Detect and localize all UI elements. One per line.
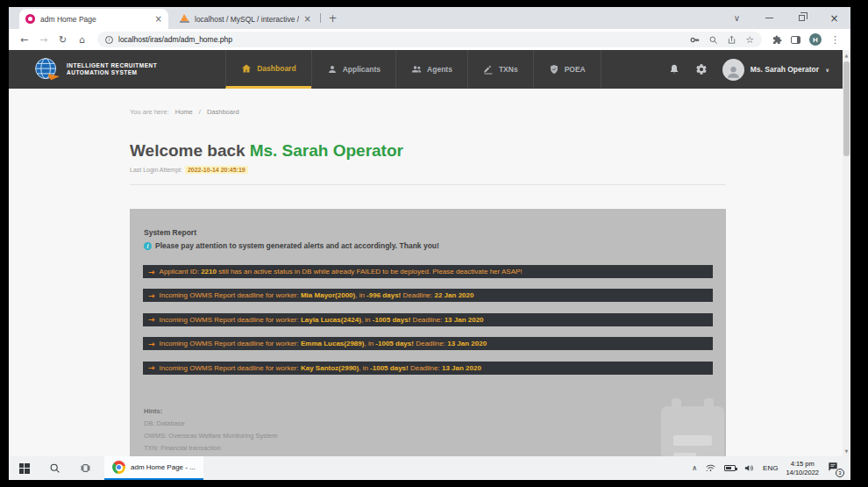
omnibox-icons: ☆ bbox=[690, 34, 754, 46]
welcome-heading: Welcome backMs. Sarah Operator bbox=[130, 141, 403, 161]
hint-line: OWMS: Overseas Welfare Monitoring System bbox=[144, 430, 277, 442]
taskbar-app-label: adm Home Page - ... bbox=[131, 463, 196, 471]
tab-divider bbox=[320, 13, 321, 23]
calendar-watermark-icon bbox=[661, 398, 724, 456]
page-scrollbar[interactable]: ▲ ▼ bbox=[843, 50, 850, 456]
browser-tab-mysql[interactable]: localhost / MySQL / interactive / × bbox=[174, 9, 317, 29]
scroll-down-icon[interactable]: ▼ bbox=[845, 448, 849, 454]
taskbar-search-button[interactable] bbox=[39, 456, 70, 480]
nav-item-txns[interactable]: TXNs bbox=[467, 50, 533, 89]
zoom-icon[interactable] bbox=[708, 35, 718, 45]
browser-window: adm Home Page × localhost / MySQL / inte… bbox=[9, 7, 850, 480]
user-name: Ms. Sarah Operator bbox=[751, 65, 819, 74]
windows-logo-icon bbox=[19, 463, 30, 474]
speaker-icon[interactable] bbox=[743, 462, 755, 474]
restore-button[interactable] bbox=[786, 7, 818, 29]
alert-row: →Incoming OWMS Report deadline for worke… bbox=[143, 362, 713, 375]
battery-icon[interactable] bbox=[724, 465, 736, 471]
app-navbar: INTELLIGENT RECRUITMENT AUTOMATION SYSTE… bbox=[9, 50, 843, 89]
url-text: localhost/iras/adm/adm_home.php bbox=[118, 35, 685, 44]
password-key-icon[interactable] bbox=[690, 35, 700, 45]
arrow-icon: → bbox=[148, 268, 155, 276]
alert-row: →Incoming OWMS Report deadline for worke… bbox=[143, 337, 713, 350]
tab-search-icon[interactable]: ∨ bbox=[721, 7, 753, 29]
nav-item-applicants[interactable]: Applicants bbox=[311, 50, 395, 89]
tab-close-icon[interactable]: × bbox=[304, 14, 311, 24]
language-indicator[interactable]: ENG bbox=[763, 464, 778, 472]
taskbar-app-chrome[interactable]: adm Home Page - ... bbox=[104, 456, 203, 480]
hints: Hints: DB: Database OWMS: Overseas Welfa… bbox=[144, 405, 277, 455]
new-tab-button[interactable]: + bbox=[325, 11, 340, 25]
hints-label: Hints: bbox=[144, 405, 277, 418]
arrow-icon: → bbox=[148, 340, 155, 348]
section-divider bbox=[130, 184, 726, 185]
alert-row: →Applicant ID: 2210 still has an active … bbox=[143, 265, 713, 278]
welcome-user-name: Ms. Sarah Operator bbox=[250, 141, 403, 160]
task-view-button[interactable] bbox=[70, 456, 101, 480]
person-icon bbox=[327, 64, 338, 75]
share-icon[interactable] bbox=[727, 35, 736, 45]
clock[interactable]: 4:15 pm 14/10/2022 bbox=[786, 460, 819, 476]
browser-menu-icon[interactable]: ⋮ bbox=[830, 34, 840, 46]
minimize-button[interactable] bbox=[753, 7, 786, 29]
date: 14/10/2022 bbox=[786, 469, 819, 477]
forward-button[interactable]: → bbox=[35, 32, 52, 48]
scroll-up-icon[interactable]: ▲ bbox=[845, 53, 849, 58]
navbar-right: Ms. Sarah Operator ∨ bbox=[668, 50, 843, 89]
tray-chevron-up-icon[interactable]: ∧ bbox=[692, 464, 697, 472]
address-bar[interactable]: i localhost/iras/adm/adm_home.php ☆ bbox=[97, 32, 762, 47]
last-login-value: 2022-10-14 20:45:19 bbox=[185, 166, 248, 174]
web-content: INTELLIGENT RECRUITMENT AUTOMATION SYSTE… bbox=[9, 50, 850, 456]
info-icon: i bbox=[144, 242, 152, 250]
back-button[interactable]: ← bbox=[16, 32, 32, 48]
scrollbar-thumb[interactable] bbox=[843, 61, 850, 156]
pencil-icon bbox=[483, 64, 494, 75]
system-report-card: System Report i Please pay attention to … bbox=[130, 209, 726, 456]
home-button[interactable]: ⌂ bbox=[74, 32, 90, 48]
minimize-icon bbox=[765, 18, 773, 18]
avatar bbox=[722, 59, 744, 81]
browser-tab-home[interactable]: adm Home Page × bbox=[19, 9, 168, 29]
nav-item-poea[interactable]: POEA bbox=[533, 50, 601, 89]
user-menu[interactable]: Ms. Sarah Operator ∨ bbox=[722, 59, 829, 81]
last-login: Last Login Attempt:2022-10-14 20:45:19 bbox=[130, 167, 248, 173]
shield-check-icon bbox=[549, 64, 559, 75]
bell-icon[interactable] bbox=[668, 63, 680, 75]
site-info-icon[interactable]: i bbox=[105, 36, 113, 44]
iras-favicon bbox=[25, 14, 35, 24]
breadcrumb-separator: / bbox=[199, 108, 201, 116]
start-button[interactable] bbox=[9, 456, 39, 480]
action-center-button[interactable]: 3 bbox=[827, 461, 843, 476]
breadcrumb-home-link[interactable]: Home bbox=[175, 108, 193, 116]
breadcrumb-current[interactable]: Dashboard bbox=[207, 108, 239, 116]
browser-profile-avatar[interactable]: H bbox=[809, 33, 822, 46]
reload-button[interactable]: ↻ bbox=[54, 32, 71, 48]
gear-icon[interactable] bbox=[695, 63, 708, 75]
windows-taskbar: adm Home Page - ... ∧ ENG 4:15 pm 14/10/… bbox=[9, 456, 850, 480]
breadcrumb: You are here: Home / Dashboard bbox=[130, 108, 239, 116]
bookmark-star-icon[interactable]: ☆ bbox=[745, 34, 754, 46]
hint-line: DB: Database bbox=[144, 418, 277, 430]
app-logo[interactable]: INTELLIGENT RECRUITMENT AUTOMATION SYSTE… bbox=[9, 50, 157, 89]
tab-title: localhost / MySQL / interactive / bbox=[195, 15, 299, 24]
browser-toolbar: ← → ↻ ⌂ i localhost/iras/adm/adm_home.ph… bbox=[9, 29, 850, 50]
tab-title: adm Home Page bbox=[40, 15, 150, 24]
chevron-down-icon: ∨ bbox=[825, 67, 829, 73]
avatar-person-icon bbox=[725, 63, 742, 80]
extensions-icon[interactable] bbox=[772, 35, 782, 45]
nav-menu: Dashboard Applicants Agents TXNs POEA bbox=[225, 50, 601, 89]
close-button[interactable]: × bbox=[818, 7, 850, 29]
nav-item-dashboard[interactable]: Dashboard bbox=[225, 50, 310, 89]
report-notice: i Please pay attention to system generat… bbox=[144, 241, 439, 250]
side-panel-icon[interactable] bbox=[791, 36, 800, 44]
alert-row: →Incoming OWMS Report deadline for worke… bbox=[143, 313, 713, 326]
wifi-icon[interactable] bbox=[705, 462, 716, 474]
hint-line: TXN: Financial transaction bbox=[144, 442, 277, 455]
breadcrumb-prefix: You are here: bbox=[130, 108, 169, 116]
arrow-icon: → bbox=[148, 315, 155, 324]
nav-item-agents[interactable]: Agents bbox=[395, 50, 467, 89]
chrome-logo-icon bbox=[112, 461, 125, 474]
tab-close-icon[interactable]: × bbox=[155, 14, 162, 24]
report-title: System Report bbox=[144, 228, 196, 237]
window-controls: ∨ × bbox=[721, 7, 850, 29]
